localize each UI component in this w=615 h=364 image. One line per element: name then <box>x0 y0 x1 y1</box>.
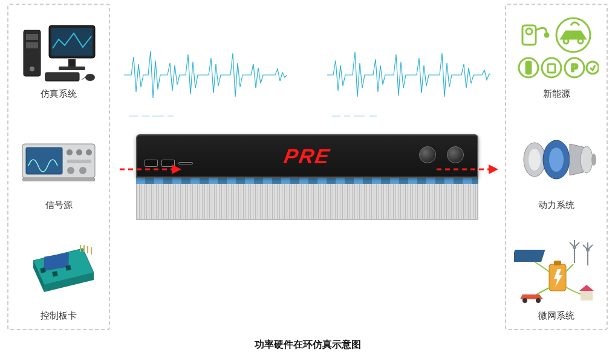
item-simulation-system: 仿真系统 <box>13 12 104 100</box>
label-simulation-system: 仿真系统 <box>41 88 77 100</box>
knob-icon <box>419 146 436 163</box>
svg-point-12 <box>67 149 73 155</box>
simulation-system-icon <box>16 12 101 85</box>
svg-point-47 <box>581 146 593 173</box>
device: PRE <box>136 134 478 220</box>
svg-rect-25 <box>65 265 71 270</box>
label-microgrid-system: 微网系统 <box>538 310 574 322</box>
label-signal-source: 信号源 <box>45 200 73 211</box>
svg-point-44 <box>529 149 541 171</box>
signal-source-icon <box>16 123 101 196</box>
svg-rect-18 <box>22 178 95 181</box>
svg-marker-59 <box>579 285 594 291</box>
svg-rect-15 <box>67 160 91 163</box>
svg-point-46 <box>549 148 564 172</box>
svg-rect-2 <box>26 42 38 48</box>
svg-point-31 <box>526 28 532 34</box>
svg-point-48 <box>591 154 596 166</box>
control-board-icon <box>16 234 101 307</box>
svg-point-14 <box>86 149 92 155</box>
label-new-energy: 新能源 <box>543 88 570 100</box>
item-control-board: 控制板卡 <box>13 234 104 322</box>
svg-point-42 <box>587 62 599 74</box>
label-power-system: 动力系统 <box>538 200 574 211</box>
device-front-panel: PRE <box>136 134 478 178</box>
svg-point-3 <box>30 67 34 71</box>
svg-rect-39 <box>548 64 555 73</box>
item-power-system: 动力系统 <box>511 123 602 211</box>
svg-rect-6 <box>68 59 76 67</box>
svg-point-34 <box>564 39 568 44</box>
svg-point-58 <box>536 298 541 303</box>
item-microgrid-system: 微网系统 <box>511 234 602 322</box>
svg-point-16 <box>67 167 74 174</box>
device-knobs <box>419 146 464 163</box>
svg-point-9 <box>85 74 95 81</box>
power-system-icon <box>514 123 599 196</box>
new-energy-icon: P <box>514 12 599 85</box>
svg-rect-8 <box>45 73 79 81</box>
waveform-right-icon <box>327 21 490 129</box>
svg-point-13 <box>76 149 82 155</box>
device-brand: PRE <box>282 145 333 168</box>
knob-icon <box>447 146 464 163</box>
device-vent-bar <box>136 178 478 184</box>
label-control-board: 控制板卡 <box>41 310 77 322</box>
svg-rect-7 <box>59 67 85 70</box>
arrow-left-icon <box>120 162 181 177</box>
svg-rect-37 <box>526 62 531 74</box>
left-column: 仿真系统 信号源 <box>7 4 110 330</box>
svg-rect-60 <box>581 291 593 301</box>
item-new-energy: P 新能源 <box>511 12 602 100</box>
svg-rect-56 <box>554 261 561 265</box>
svg-point-38 <box>542 58 561 77</box>
phil-diagram: 仿真系统 信号源 <box>6 4 609 331</box>
svg-point-32 <box>545 33 548 37</box>
svg-marker-62 <box>172 164 181 174</box>
arrow-right-icon <box>437 162 498 177</box>
svg-point-17 <box>79 167 86 174</box>
diagram-caption: 功率硬件在环仿真示意图 <box>0 339 615 351</box>
svg-rect-24 <box>52 271 57 276</box>
microgrid-system-icon <box>514 234 599 307</box>
svg-point-35 <box>578 39 583 44</box>
waveform-left-icon <box>124 21 287 129</box>
svg-text:P: P <box>571 63 578 73</box>
svg-marker-64 <box>489 164 498 174</box>
svg-rect-1 <box>26 34 38 40</box>
right-column: P 新能源 <box>505 4 608 330</box>
svg-point-57 <box>522 298 527 303</box>
waveforms <box>124 21 490 129</box>
device-grille <box>136 184 478 220</box>
svg-rect-23 <box>40 267 45 273</box>
item-signal-source: 信号源 <box>13 123 104 211</box>
